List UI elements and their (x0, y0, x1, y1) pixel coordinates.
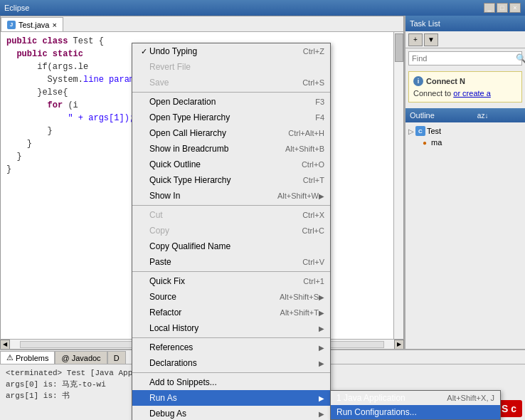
maximize-button[interactable]: □ (497, 3, 508, 13)
menu-label-references: References (149, 342, 319, 352)
menu-check-add-to-snippets (138, 377, 149, 388)
run-as-submenu: 1 Java ApplicationAlt+Shift+X, JRun Conf… (330, 390, 501, 420)
task-list-title-text: Task List (410, 19, 440, 28)
menu-shortcut-save: Ctrl+S (302, 78, 324, 87)
tab-problems[interactable]: ⚠ Problems (0, 351, 55, 364)
menu-shortcut-source: Alt+Shift+S (280, 293, 319, 301)
menu-item-open-type-hierarchy[interactable]: Open Type HierarchyF4 (132, 110, 330, 125)
menu-item-quick-fix[interactable]: Quick FixCtrl+1 (132, 273, 330, 289)
menu-item-quick-type-hierarchy[interactable]: Quick Type HierarchyCtrl+T (132, 172, 330, 188)
problems-icon: ⚠ (6, 353, 14, 362)
problems-label: Problems (16, 354, 48, 362)
menu-check-cut (138, 209, 149, 221)
menu-separator (132, 92, 330, 93)
menu-label-quick-fix: Quick Fix (149, 276, 289, 286)
menu-shortcut-open-type-hierarchy: F4 (315, 113, 324, 122)
menu-item-debug-as[interactable]: Debug As▶ (132, 406, 330, 420)
scroll-left-button[interactable]: ◀ (0, 340, 10, 350)
menu-arrow-refactor: ▶ (319, 309, 324, 317)
menu-label-open-call-hierarchy: Open Call Hierarchy (149, 128, 274, 138)
scrollbar-thumb[interactable] (395, 33, 403, 62)
menu-check-quick-type-hierarchy (138, 174, 149, 186)
menu-check-copy (138, 225, 149, 236)
editor-tab[interactable]: J Test.java × (1, 17, 63, 31)
menu-label-copy: Copy (149, 226, 288, 236)
right-panel: Task List + ▼ 🔍 i Connect N Connect to o… (404, 16, 525, 349)
menu-item-declarations[interactable]: Declarations▶ (132, 355, 330, 371)
menu-check-show-in-breadcrumb (138, 143, 149, 154)
menu-item-paste[interactable]: PasteCtrl+V (132, 254, 330, 270)
menu-item-show-in[interactable]: Show InAlt+Shift+W▶ (132, 188, 330, 204)
menu-label-refactor: Refactor (149, 308, 266, 317)
tab-javadoc[interactable]: @ Javadoc (55, 351, 107, 364)
scroll-right-button[interactable]: ▶ (394, 340, 404, 350)
menu-item-copy-qualified-name[interactable]: Copy Qualified Name (132, 238, 330, 254)
outline-content: ▷ C Test ● ma (405, 122, 525, 151)
menu-shortcut-show-in-breadcrumb: Alt+Shift+B (285, 145, 324, 153)
find-box[interactable]: 🔍 (408, 51, 522, 65)
menu-label-source: Source (149, 292, 265, 302)
minimize-button[interactable]: _ (484, 3, 495, 13)
outline-method-item[interactable]: ● ma (408, 137, 522, 148)
connect-link[interactable]: or create a (453, 89, 491, 98)
menu-label-add-to-snippets: Add to Snippets... (149, 377, 324, 387)
task-new-button[interactable]: + (408, 33, 423, 46)
title-bar-text: Eclipse (4, 4, 484, 12)
menu-label-declarations: Declarations (149, 358, 319, 368)
menu-check-refactor (138, 307, 149, 318)
menu-separator (132, 337, 330, 338)
menu-item-run-as[interactable]: Run As▶1 Java ApplicationAlt+Shift+X, JR… (132, 390, 330, 406)
menu-label-open-declaration: Open Declaration (149, 97, 301, 107)
menu-shortcut-undo-typing: Ctrl+Z (303, 47, 324, 56)
menu-item-refactor[interactable]: RefactorAlt+Shift+T▶ (132, 305, 330, 320)
tab-bar: J Test.java × (1, 16, 403, 32)
menu-item-source[interactable]: SourceAlt+Shift+S▶ (132, 289, 330, 305)
tab-d[interactable]: D (107, 351, 126, 364)
menu-check-local-history (138, 322, 149, 334)
connect-title-text: Connect N (426, 77, 465, 85)
find-input[interactable] (409, 53, 513, 64)
menu-item-open-call-hierarchy[interactable]: Open Call HierarchyCtrl+Alt+H (132, 125, 330, 141)
menu-check-open-declaration (138, 96, 149, 107)
menu-shortcut-quick-fix: Ctrl+1 (303, 277, 324, 285)
outline-title-text: Outline (410, 111, 435, 120)
find-magnifier-icon: 🔍 (513, 52, 525, 65)
outline-class-label: Test (427, 127, 441, 135)
info-icon: i (413, 76, 423, 86)
menu-item-quick-outline[interactable]: Quick OutlineCtrl+O (132, 157, 330, 172)
outline-class-item[interactable]: ▷ C Test (408, 125, 522, 137)
outline-sort-icon[interactable]: az↓ (477, 112, 489, 120)
menu-label-local-history: Local History (149, 323, 319, 333)
menu-label-quick-outline: Quick Outline (149, 159, 287, 169)
menu-item-undo-typing[interactable]: ✓Undo TypingCtrl+Z (132, 43, 330, 59)
tab-close-icon[interactable]: × (52, 21, 56, 29)
menu-shortcut-show-in: Alt+Shift+W (277, 191, 319, 200)
menu-item-copy: CopyCtrl+C (132, 223, 330, 238)
menu-check-undo-typing: ✓ (138, 46, 149, 57)
d-icon: D (114, 354, 120, 362)
submenu-item-run-configs[interactable]: Run Configurations... (331, 405, 500, 419)
menu-item-add-to-snippets[interactable]: Add to Snippets... (132, 374, 330, 390)
menu-item-references[interactable]: References▶ (132, 340, 330, 355)
menu-check-open-call-hierarchy (138, 127, 149, 139)
menu-item-local-history[interactable]: Local History▶ (132, 320, 330, 336)
menu-check-copy-qualified-name (138, 241, 149, 252)
menu-check-debug-as (138, 408, 149, 419)
menu-label-paste: Paste (149, 257, 288, 267)
outline-title: Outline az↓ (405, 108, 525, 122)
menu-check-revert-file (138, 61, 149, 73)
menu-check-open-type-hierarchy (138, 112, 149, 123)
menu-check-references (138, 342, 149, 353)
close-button[interactable]: × (509, 3, 521, 13)
task-filter-button[interactable]: ▼ (424, 33, 438, 46)
submenu-label-run-configs: Run Configurations... (336, 407, 494, 417)
menu-item-open-declaration[interactable]: Open DeclarationF3 (132, 94, 330, 110)
vertical-scrollbar[interactable] (393, 32, 403, 348)
menu-arrow-references: ▶ (319, 344, 324, 352)
menu-item-show-in-breadcrumb[interactable]: Show in BreadcrumbAlt+Shift+B (132, 141, 330, 157)
menu-label-revert-file: Revert File (149, 62, 324, 72)
tree-expand-icon: ▷ (408, 127, 414, 135)
menu-arrow-debug-as: ▶ (319, 410, 324, 418)
menu-arrow-run-as: ▶ (319, 394, 324, 402)
submenu-item-java-app[interactable]: 1 Java ApplicationAlt+Shift+X, J (331, 391, 500, 405)
